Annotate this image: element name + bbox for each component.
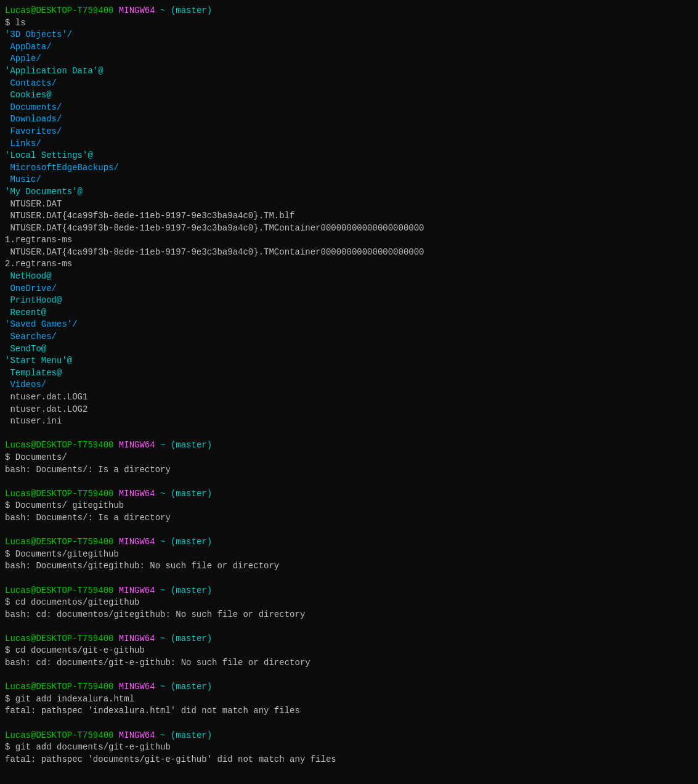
- prompt-tilde-5: ~: [160, 586, 165, 595]
- command-cd-documents-git: $ cd documents/git-e-github: [5, 645, 693, 657]
- prompt-branch-8: (master): [171, 730, 212, 740]
- prompt-branch-6: (master): [171, 634, 212, 643]
- command-git-add-indexalura: $ git add indexalura.html: [5, 693, 693, 706]
- ls-output-apple: Apple/: [5, 53, 693, 65]
- ls-output-ntuser-log1: ntuser.dat.LOG1: [5, 391, 693, 404]
- ls-output-documents: Documents/: [5, 102, 693, 114]
- prompt-host-5: MINGW64: [119, 586, 155, 595]
- ls-output-ntuser-tm-blf: NTUSER.DAT{4ca99f3b-8ede-11eb-9197-9e3c3…: [5, 210, 693, 223]
- prompt-branch: (master): [171, 6, 212, 15]
- blank-line-1: [5, 428, 693, 440]
- prompt-branch-2: (master): [171, 440, 212, 450]
- terminal-window: Lucas@DESKTOP-T759400 MINGW64 ~ (master)…: [5, 5, 693, 766]
- prompt-tilde-2: ~: [160, 440, 165, 450]
- ls-output-ntuser-dat: NTUSER.DAT: [5, 198, 693, 211]
- prompt-line-6: Lucas@DESKTOP-T759400 MINGW64 ~ (master): [5, 633, 693, 645]
- error-fatal-indexalura: fatal: pathspec 'indexalura.html' did no…: [5, 705, 693, 717]
- prompt-line-3: Lucas@DESKTOP-T759400 MINGW64 ~ (master): [5, 488, 693, 500]
- ls-output-onedrive: OneDrive/: [5, 283, 693, 295]
- prompt-user-4: Lucas@DESKTOP-T759400: [5, 537, 113, 547]
- ls-output-3d-objects: '3D Objects'/: [5, 29, 693, 41]
- ls-output-recent: Recent@: [5, 307, 693, 319]
- prompt-host-7: MINGW64: [119, 682, 155, 692]
- prompt-line-5: Lucas@DESKTOP-T759400 MINGW64 ~ (master): [5, 585, 693, 597]
- ls-output-start-menu: 'Start Menu'@: [5, 355, 693, 367]
- ls-output-links: Links/: [5, 138, 693, 150]
- prompt-tilde: ~: [160, 6, 165, 15]
- command-documents-gitegithub2: $ Documents/gitegithub: [5, 549, 693, 561]
- prompt-user-3: Lucas@DESKTOP-T759400: [5, 489, 113, 499]
- error-cd-documentos: bash: cd: documentos/gitegithub: No such…: [5, 609, 693, 621]
- prompt-host-2: MINGW64: [119, 440, 155, 450]
- command-ls: $ ls: [5, 17, 693, 30]
- error-fatal-documents-git: fatal: pathspec 'documents/git-e-github'…: [5, 754, 693, 766]
- prompt-branch-7: (master): [171, 682, 212, 692]
- prompt-tilde-6: ~: [160, 634, 165, 643]
- ls-output-downloads: Downloads/: [5, 113, 693, 126]
- prompt-host-3: MINGW64: [119, 489, 155, 499]
- prompt-branch-5: (master): [171, 586, 212, 595]
- ls-output-saved-games: 'Saved Games'/: [5, 319, 693, 331]
- prompt-line-8: Lucas@DESKTOP-T759400 MINGW64 ~ (master): [5, 730, 693, 742]
- ls-output-local-settings: 'Local Settings'@: [5, 150, 693, 162]
- ls-output-application-data: 'Application Data'@: [5, 65, 693, 78]
- prompt-line-2: Lucas@DESKTOP-T759400 MINGW64 ~ (master): [5, 439, 693, 452]
- ls-output-microsoftedge: MicrosoftEdgeBackups/: [5, 162, 693, 174]
- error-no-such-file-1: bash: Documents/gitegithub: No such file…: [5, 560, 693, 573]
- command-documents-gitegithub: $ Documents/ gitegithub: [5, 500, 693, 512]
- prompt-host: MINGW64: [119, 6, 155, 15]
- command-documents-dir: $ Documents/: [5, 452, 693, 464]
- prompt-branch-4: (master): [171, 537, 212, 547]
- error-cd-documents-git: bash: cd: documents/git-e-github: No suc…: [5, 657, 693, 669]
- ls-output-ntuser-ini: ntuser.ini: [5, 415, 693, 428]
- prompt-tilde-8: ~: [160, 730, 165, 740]
- ls-output-cookies: Cookies@: [5, 89, 693, 102]
- ls-output-ntuser-tmcontainer2: NTUSER.DAT{4ca99f3b-8ede-11eb-9197-9e3c3…: [5, 247, 693, 259]
- prompt-host-8: MINGW64: [119, 730, 155, 740]
- ls-output-contacts: Contacts/: [5, 78, 693, 90]
- blank-line-5: [5, 621, 693, 633]
- command-cd-documentos: $ cd documentos/gitegithub: [5, 597, 693, 609]
- ls-output-sendto: SendTo@: [5, 343, 693, 356]
- prompt-line-4: Lucas@DESKTOP-T759400 MINGW64 ~ (master): [5, 536, 693, 549]
- prompt-user-5: Lucas@DESKTOP-T759400: [5, 586, 113, 595]
- blank-line-7: [5, 717, 693, 730]
- ls-output-appdata: AppData/: [5, 41, 693, 54]
- ls-output-regtrans1: 1.regtrans-ms: [5, 234, 693, 247]
- prompt-tilde-3: ~: [160, 489, 165, 499]
- ls-output-ntuser-tmcontainer1: NTUSER.DAT{4ca99f3b-8ede-11eb-9197-9e3c3…: [5, 223, 693, 235]
- prompt-branch-3: (master): [171, 489, 212, 499]
- blank-line-3: [5, 525, 693, 537]
- prompt-user-7: Lucas@DESKTOP-T759400: [5, 682, 113, 692]
- prompt-line-1: Lucas@DESKTOP-T759400 MINGW64 ~ (master): [5, 5, 693, 17]
- prompt-user-2: Lucas@DESKTOP-T759400: [5, 440, 113, 450]
- prompt-tilde-7: ~: [160, 682, 165, 692]
- ls-output-regtrans2: 2.regtrans-ms: [5, 258, 693, 271]
- ls-output-ntuser-log2: ntuser.dat.LOG2: [5, 404, 693, 416]
- prompt-user-6: Lucas@DESKTOP-T759400: [5, 634, 113, 643]
- error-documents-is-dir: bash: Documents/: Is a directory: [5, 464, 693, 476]
- ls-output-nethood: NetHood@: [5, 271, 693, 283]
- command-git-add-documents-git: $ git add documents/git-e-github: [5, 741, 693, 754]
- ls-output-templates: Templates@: [5, 367, 693, 380]
- ls-output-my-documents: 'My Documents'@: [5, 186, 693, 198]
- ls-output-printhood: PrintHood@: [5, 295, 693, 307]
- ls-output-music: Music/: [5, 174, 693, 186]
- prompt-tilde-4: ~: [160, 537, 165, 547]
- blank-line-6: [5, 669, 693, 682]
- ls-output-searches: Searches/: [5, 331, 693, 343]
- blank-line-4: [5, 573, 693, 585]
- prompt-user-8: Lucas@DESKTOP-T759400: [5, 730, 113, 740]
- error-documents-is-dir-2: bash: Documents/: Is a directory: [5, 512, 693, 525]
- prompt-host-6: MINGW64: [119, 634, 155, 643]
- prompt-host-4: MINGW64: [119, 537, 155, 547]
- prompt-user: Lucas@DESKTOP-T759400: [5, 6, 113, 15]
- prompt-line-7: Lucas@DESKTOP-T759400 MINGW64 ~ (master): [5, 681, 693, 693]
- ls-output-favorites: Favorites/: [5, 126, 693, 138]
- ls-output-videos: Videos/: [5, 379, 693, 391]
- blank-line-2: [5, 476, 693, 488]
